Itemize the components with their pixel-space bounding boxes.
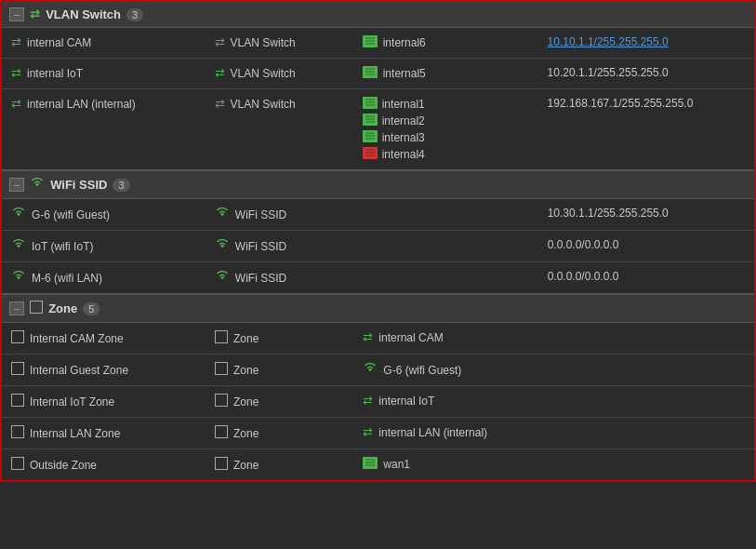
- row-ip-vlan-switch-2: 192.168.167.1/255.255.255.0: [548, 97, 694, 110]
- row-name-icon-vlan-switch-1: ⇄: [11, 66, 21, 80]
- row-name-icon-vlan-switch-2: ⇄: [11, 97, 21, 111]
- row-type-zone-4: Zone: [233, 459, 259, 472]
- group-zone: –Zone5Internal CAM ZoneZone⇄internal CAM…: [2, 295, 754, 480]
- row-iface-icon-zone-3-0: ⇄: [363, 425, 373, 439]
- collapse-btn-wifi-ssid[interactable]: –: [9, 178, 24, 192]
- row-name-wifi-ssid-0: G-6 (wifi Guest): [32, 208, 110, 221]
- row-type-icon-zone-4: [215, 457, 228, 473]
- row-name-zone-2: Internal IoT Zone: [30, 395, 114, 408]
- group-header-zone: –Zone5: [2, 295, 754, 323]
- collapse-btn-zone[interactable]: –: [9, 301, 24, 315]
- row-name-icon-vlan-switch-0: ⇄: [11, 35, 21, 49]
- row-name-icon-wifi-ssid-1: [11, 238, 26, 254]
- row-type-icon-zone-1: [215, 362, 228, 378]
- group-vlan-switch: –⇄VLAN Switch3⇄internal CAM⇄VLAN Switch …: [2, 2, 754, 171]
- group-label-wifi-ssid: WiFi SSID: [50, 178, 107, 192]
- row-iface-icon-vlan-switch-2-2: [363, 130, 378, 145]
- row-iface-label-vlan-switch-0-0: internal6: [383, 36, 426, 49]
- row-iface-label-vlan-switch-2-2: internal3: [382, 131, 425, 144]
- group-icon-wifi-ssid: [30, 177, 45, 193]
- row-ip-vlan-switch-0[interactable]: 10.10.1.1/255.255.255.0: [548, 35, 669, 48]
- row-name-zone-0: Internal CAM Zone: [30, 332, 124, 345]
- table-row: IoT (wifi IoT) WiFi SSID0.0.0.0/0.0.0.0: [2, 231, 754, 262]
- table-wifi-ssid: G-6 (wifi Guest) WiFi SSID10.30.1.1/255.…: [2, 199, 754, 293]
- row-iface-label-zone-3-0: internal LAN (internal): [378, 426, 487, 439]
- row-ip-wifi-ssid-0: 10.30.1.1/255.255.255.0: [548, 207, 669, 220]
- row-type-icon-zone-3: [215, 425, 228, 441]
- row-type-zone-2: Zone: [233, 395, 259, 408]
- row-type-vlan-switch-2: VLAN Switch: [231, 98, 296, 111]
- row-name-vlan-switch-1: internal IoT: [27, 67, 83, 80]
- row-name-wifi-ssid-1: IoT (wifi IoT): [32, 240, 93, 253]
- table-row: Internal CAM ZoneZone⇄internal CAM: [2, 323, 754, 355]
- row-iface-icon-vlan-switch-1-0: [363, 66, 378, 81]
- group-header-vlan-switch: –⇄VLAN Switch3: [2, 2, 754, 28]
- row-name-vlan-switch-2: internal LAN (internal): [27, 98, 136, 111]
- group-badge-vlan-switch: 3: [126, 8, 143, 21]
- row-name-zone-4: Outside Zone: [30, 459, 97, 472]
- row-type-icon-zone-2: [215, 394, 228, 409]
- row-iface-label-zone-1-0: G-6 (wifi Guest): [383, 364, 461, 377]
- group-wifi-ssid: – WiFi SSID3 G-6 (wifi Guest) WiFi SSID1…: [2, 171, 754, 295]
- table-row: M-6 (wifi LAN) WiFi SSID0.0.0.0/0.0.0.0: [2, 262, 754, 294]
- row-ip-wifi-ssid-2: 0.0.0.0/0.0.0.0: [548, 270, 619, 283]
- row-iface-label-vlan-switch-2-3: internal4: [382, 148, 425, 161]
- row-name-icon-zone-1: [11, 362, 24, 378]
- table-row: Internal LAN ZoneZone⇄internal LAN (inte…: [2, 418, 754, 449]
- table-row: Internal Guest ZoneZone G-6 (wifi Guest): [2, 355, 754, 386]
- row-type-icon-vlan-switch-0: ⇄: [215, 35, 225, 49]
- row-name-zone-1: Internal Guest Zone: [30, 364, 128, 377]
- row-iface-label-vlan-switch-1-0: internal5: [383, 67, 426, 80]
- row-name-icon-zone-2: [11, 394, 24, 409]
- row-name-icon-zone-3: [11, 425, 24, 441]
- row-iface-label-vlan-switch-2-0: internal1: [382, 98, 425, 111]
- row-type-icon-zone-0: [215, 330, 228, 346]
- row-type-vlan-switch-0: VLAN Switch: [231, 36, 296, 49]
- table-row: G-6 (wifi Guest) WiFi SSID10.30.1.1/255.…: [2, 199, 754, 231]
- table-row: ⇄internal IoT⇄VLAN Switch internal510.20…: [2, 59, 754, 89]
- row-type-wifi-ssid-1: WiFi SSID: [235, 240, 286, 253]
- row-name-icon-wifi-ssid-2: [11, 270, 26, 286]
- table-row: ⇄internal LAN (internal)⇄VLAN Switch int…: [2, 89, 754, 170]
- group-icon-vlan-switch: ⇄: [30, 7, 40, 21]
- group-header-wifi-ssid: – WiFi SSID3: [2, 171, 754, 199]
- row-type-icon-wifi-ssid-2: [215, 270, 230, 286]
- row-iface-label-zone-2-0: internal IoT: [378, 395, 434, 408]
- row-type-zone-3: Zone: [233, 427, 259, 440]
- row-type-icon-wifi-ssid-1: [215, 238, 230, 254]
- row-iface-icon-vlan-switch-2-3: [363, 147, 378, 162]
- row-type-zone-1: Zone: [233, 364, 259, 377]
- row-name-icon-zone-0: [11, 330, 24, 346]
- collapse-btn-vlan-switch[interactable]: –: [9, 7, 24, 21]
- group-label-zone: Zone: [48, 301, 77, 315]
- table-row: ⇄internal CAM⇄VLAN Switch internal610.10…: [2, 28, 754, 59]
- row-type-wifi-ssid-0: WiFi SSID: [235, 208, 286, 221]
- table-row: Outside ZoneZone wan1: [2, 449, 754, 481]
- row-iface-label-zone-0-0: internal CAM: [378, 331, 443, 344]
- row-name-vlan-switch-0: internal CAM: [27, 36, 91, 49]
- row-iface-icon-zone-0-0: ⇄: [363, 330, 373, 344]
- row-ip-vlan-switch-1: 10.20.1.1/255.255.255.0: [548, 66, 669, 79]
- row-name-zone-3: Internal LAN Zone: [30, 427, 120, 440]
- row-type-icon-wifi-ssid-0: [215, 207, 230, 222]
- group-badge-wifi-ssid: 3: [113, 179, 129, 192]
- row-iface-icon-vlan-switch-2-1: [363, 114, 378, 128]
- table-row: Internal IoT ZoneZone⇄internal IoT: [2, 386, 754, 418]
- main-container: –⇄VLAN Switch3⇄internal CAM⇄VLAN Switch …: [0, 0, 756, 482]
- group-badge-zone: 5: [83, 302, 99, 315]
- row-name-icon-wifi-ssid-0: [11, 207, 26, 222]
- row-name-icon-zone-4: [11, 457, 24, 473]
- row-type-icon-vlan-switch-1: ⇄: [215, 66, 225, 80]
- row-type-zone-0: Zone: [233, 332, 259, 345]
- row-iface-icon-zone-4-0: [363, 457, 378, 472]
- row-iface-icon-vlan-switch-0-0: [363, 35, 378, 50]
- group-label-vlan-switch: VLAN Switch: [46, 7, 121, 21]
- row-iface-label-vlan-switch-2-1: internal2: [382, 114, 425, 127]
- row-name-wifi-ssid-2: M-6 (wifi LAN): [32, 272, 102, 285]
- row-type-icon-vlan-switch-2: ⇄: [215, 97, 225, 111]
- row-iface-icon-zone-2-0: ⇄: [363, 394, 373, 408]
- table-vlan-switch: ⇄internal CAM⇄VLAN Switch internal610.10…: [2, 28, 754, 169]
- row-iface-icon-vlan-switch-2-0: [363, 97, 378, 112]
- row-iface-label-zone-4-0: wan1: [383, 458, 410, 471]
- group-icon-zone: [30, 301, 43, 316]
